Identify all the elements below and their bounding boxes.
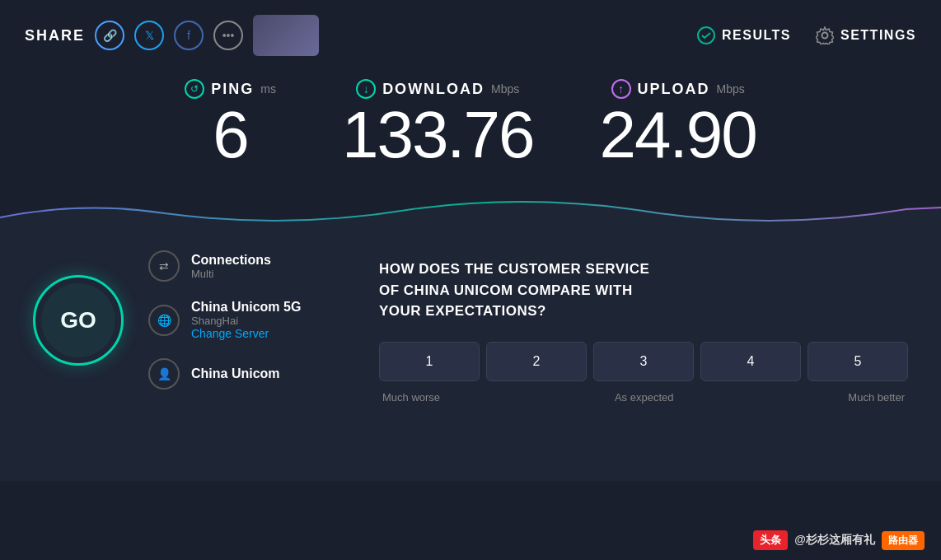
ping-unit: ms [260,82,276,96]
download-icon: ↓ [356,79,376,99]
upload-name: UPLOAD [638,81,710,98]
right-panel: HOW DOES THE CUSTOMER SERVICEOF CHINA UN… [379,250,908,464]
gear-icon [816,26,834,44]
results-button[interactable]: RESULTS [697,26,791,44]
rating-labels: Much worse As expected Much better [379,391,908,404]
stats-section: ↺ PING ms 6 ↓ DOWNLOAD Mbps 133.76 ↑ UPL… [0,71,941,184]
survey-question-text: HOW DOES THE CUSTOMER SERVICEOF CHINA UN… [379,261,649,319]
rating-buttons: 1 2 3 4 5 [379,342,908,381]
settings-button[interactable]: SETTINGS [816,26,916,44]
rating-section: 1 2 3 4 5 Much worse As expected Much be… [379,342,908,404]
rating-3-button[interactable]: 3 [593,342,694,381]
download-unit: Mbps [491,82,519,96]
rating-label-right: Much better [848,391,905,404]
isp-row: 👤 China Unicom [148,358,301,390]
svg-point-1 [822,33,827,39]
go-section: GO ⇄ Connections Multi 🌐 China Unicom 5G… [33,250,301,390]
watermark-platform: 头条 [753,530,788,550]
connections-icon: ⇄ [148,250,180,282]
connections-title: Connections [191,253,271,268]
ping-label: ↺ PING ms [185,79,276,99]
server-location: ShangHai [191,315,301,327]
rating-1-button[interactable]: 1 [379,342,480,381]
main-content: GO ⇄ Connections Multi 🌐 China Unicom 5G… [0,234,941,481]
ping-icon: ↺ [185,79,204,99]
rating-label-center: As expected [440,391,848,404]
link-icon[interactable]: 🔗 [95,21,124,50]
isp-name: China Unicom [191,366,280,381]
survey-question: HOW DOES THE CUSTOMER SERVICEOF CHINA UN… [379,259,649,322]
watermark-logo-right: 路由器 [882,531,925,550]
rating-label-left: Much worse [382,391,440,404]
header-right: RESULTS SETTINGS [697,26,916,44]
download-label: ↓ DOWNLOAD Mbps [356,79,519,99]
download-stat: ↓ DOWNLOAD Mbps 133.76 [342,79,534,168]
globe-icon: 🌐 [148,305,180,336]
server-name: China Unicom 5G [191,300,301,315]
rating-2-button[interactable]: 2 [486,342,587,381]
connections-text: Connections Multi [191,253,271,280]
rating-5-button[interactable]: 5 [808,342,908,381]
change-server-link[interactable]: Change Server [191,327,301,340]
wave-divider [0,184,941,234]
connection-info: ⇄ Connections Multi 🌐 China Unicom 5G Sh… [148,250,301,390]
header: SHARE 🔗 𝕏 f ••• RESULTS SETTINGS [0,0,941,71]
server-row: 🌐 China Unicom 5G ShangHai Change Server [148,300,301,340]
watermark: 头条 @杉杉这厢有礼 路由器 [753,530,925,550]
rating-4-button[interactable]: 4 [700,342,801,381]
twitter-icon[interactable]: 𝕏 [134,21,164,50]
upload-label: ↑ UPLOAD Mbps [611,79,745,99]
download-name: DOWNLOAD [382,81,485,98]
watermark-handle: @杉杉这厢有礼 [794,533,875,548]
connections-row: ⇄ Connections Multi [148,250,301,282]
more-icon[interactable]: ••• [213,21,243,50]
upload-stat: ↑ UPLOAD Mbps 24.90 [600,79,756,168]
user-icon: 👤 [148,358,180,390]
results-label: RESULTS [722,28,791,43]
ping-stat: ↺ PING ms 6 [185,79,276,168]
connections-type: Multi [191,268,271,280]
share-section: SHARE 🔗 𝕏 f ••• [25,15,319,56]
upload-value: 24.90 [600,102,756,168]
settings-label: SETTINGS [840,28,916,43]
ping-value: 6 [213,102,248,168]
share-label: SHARE [25,27,85,44]
ping-name: PING [211,81,254,98]
left-panel: GO ⇄ Connections Multi 🌐 China Unicom 5G… [33,250,346,464]
facebook-icon[interactable]: f [174,21,204,50]
server-text: China Unicom 5G ShangHai Change Server [191,300,301,340]
isp-text: China Unicom [191,366,280,381]
upload-unit: Mbps [717,82,745,96]
download-value: 133.76 [342,102,534,168]
upload-icon: ↑ [611,79,631,99]
avatar [253,15,319,56]
go-button[interactable]: GO [33,275,124,366]
checkmark-icon [697,26,715,44]
